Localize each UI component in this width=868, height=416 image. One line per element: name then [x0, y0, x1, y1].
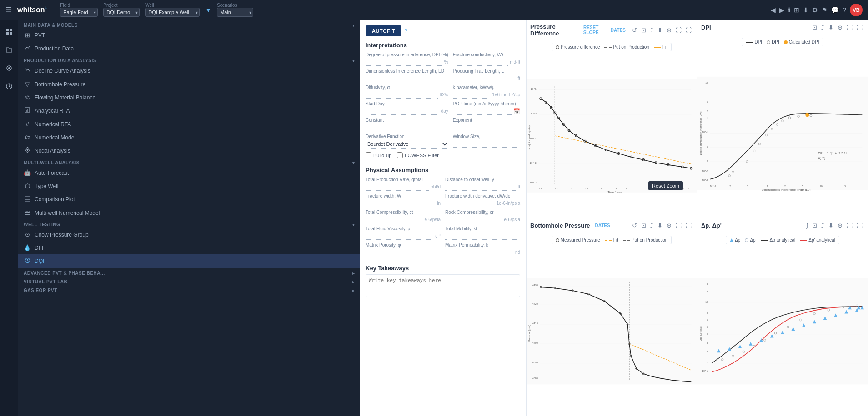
sidebar-item-dfit[interactable]: 💧 DFIT: [18, 241, 360, 254]
rail-projects[interactable]: [1, 42, 17, 58]
sidebar-item-numerical-rta[interactable]: # Numerical RTA: [18, 118, 360, 131]
scenarios-selector[interactable]: Scenarios Main: [217, 3, 253, 17]
offset-dist-input[interactable]: 1000: [445, 183, 516, 191]
sidebar-item-chow[interactable]: ⊙ Chow Pressure Group: [18, 228, 360, 241]
total-mobility-input[interactable]: 1: [445, 232, 520, 240]
section-chevron[interactable]: ▾: [352, 23, 355, 28]
lowess-checkbox-label[interactable]: LOWESS Filter: [397, 152, 439, 158]
section-pda-chevron[interactable]: ▾: [352, 59, 355, 63]
sidebar-item-auto-forecast[interactable]: 🤖 Auto-Forecast: [18, 166, 360, 179]
reset-slope-button[interactable]: RESET SLOPE: [576, 24, 605, 36]
project-selector[interactable]: Project DQI Demo: [103, 3, 140, 17]
buildup-checkbox-label[interactable]: Build-up: [366, 152, 391, 158]
autofit-help-icon[interactable]: ?: [404, 28, 407, 35]
user-avatar[interactable]: VB: [850, 4, 863, 16]
pressure-diff-dates-button[interactable]: DATES: [608, 27, 628, 34]
bh-zoom-icon[interactable]: ⊕: [665, 221, 673, 230]
info-icon[interactable]: ℹ: [788, 6, 790, 14]
pd-refresh-icon[interactable]: ↺: [631, 26, 638, 35]
well-selector[interactable]: Well DQI Example Well: [145, 3, 200, 17]
bh-expand-icon[interactable]: ⛶: [674, 221, 683, 230]
rail-fields[interactable]: [1, 24, 17, 40]
section-gas-eor-chevron[interactable]: ▸: [352, 288, 355, 293]
project-select[interactable]: DQI Demo: [103, 8, 140, 17]
settings-icon[interactable]: ⚙: [812, 6, 818, 14]
total-viscosity-input[interactable]: 0.31: [366, 232, 433, 240]
pd-expand-icon[interactable]: ⛶: [674, 26, 683, 35]
bh-refresh-icon[interactable]: ↺: [631, 221, 638, 230]
matrix-porosity-input[interactable]: 0.05: [366, 248, 441, 256]
sidebar-item-bottomhole[interactable]: ▽ Bottomhole Pressure: [18, 78, 360, 91]
rail-wells[interactable]: [1, 60, 17, 76]
pd-fullscreen-icon[interactable]: ⛶: [684, 26, 693, 35]
menu-icon[interactable]: ☰: [5, 5, 12, 14]
rock-compress-input[interactable]: 4: [445, 216, 502, 223]
window-size-input[interactable]: 0.2: [453, 140, 520, 148]
exponent-input[interactable]: 1.21: [453, 124, 520, 131]
sidebar-item-decline[interactable]: Decline Curve Analysis: [18, 64, 360, 78]
back-icon[interactable]: ◀: [771, 6, 776, 14]
bh-download-icon[interactable]: ⬇: [656, 221, 664, 230]
sidebar-item-comparison[interactable]: Comparison Plot: [18, 193, 360, 206]
sidebar-item-type-well[interactable]: ⬡ Type Well: [18, 179, 360, 193]
pd-zoom-icon[interactable]: ⊕: [665, 26, 673, 35]
field-select[interactable]: Eagle-Ford: [60, 8, 98, 17]
buildup-checkbox[interactable]: [366, 152, 371, 158]
well-select[interactable]: DQI Example Well: [145, 8, 200, 17]
dpi-expand-icon[interactable]: ⛶: [845, 23, 854, 32]
bottomhole-dates-button[interactable]: DATES: [592, 222, 612, 229]
dpi-fullscreen-icon[interactable]: ⛶: [855, 23, 864, 32]
section-multi-chevron[interactable]: ▾: [352, 161, 355, 165]
pd-share-icon[interactable]: ⤴: [649, 26, 655, 35]
sidebar-item-numerical-model[interactable]: 🗂 Numerical Model: [18, 131, 360, 144]
dp-copy-icon[interactable]: ⊡: [811, 221, 818, 230]
chat-icon[interactable]: 💬: [831, 6, 839, 14]
sidebar-item-pvt[interactable]: ⊞ PVT: [18, 29, 360, 42]
rail-scenarios[interactable]: [1, 78, 17, 94]
pop-time-input[interactable]: 04/03/2020 08:41: [453, 107, 512, 115]
pd-copy-icon[interactable]: ⊡: [640, 26, 647, 35]
sidebar-item-analytical-rta[interactable]: Analytical RTA: [18, 104, 360, 118]
total-compress-input[interactable]: 6.8: [366, 216, 422, 223]
dp-zoom-icon[interactable]: ⊕: [836, 221, 844, 230]
scenarios-select[interactable]: Main: [217, 8, 253, 17]
k-param-input[interactable]: 5: [453, 91, 491, 99]
flag-icon[interactable]: ⚑: [822, 6, 828, 14]
download-icon[interactable]: ⬇: [803, 6, 808, 14]
constant-input[interactable]: 8.91: [366, 124, 448, 131]
deriv-func-select[interactable]: Bourdet Derivative: [366, 140, 448, 149]
dpi-zoom-icon[interactable]: ⊕: [836, 23, 844, 32]
frac-length-input[interactable]: 3558.88: [453, 74, 516, 82]
frac-deriv-input[interactable]: 5.15: [445, 199, 495, 207]
section-virt-pvt-chevron[interactable]: ▸: [352, 280, 355, 284]
total-rate-input[interactable]: 1000: [366, 183, 429, 191]
sidebar-item-nodal[interactable]: Nodal Analysis: [18, 144, 360, 158]
dp-share-icon[interactable]: ⤴: [820, 221, 826, 230]
sidebar-item-fmb[interactable]: ⚖ Flowing Material Balance: [18, 91, 360, 104]
dp-fullscreen-icon[interactable]: ⛶: [855, 221, 864, 230]
dp-download-icon[interactable]: ⬇: [827, 221, 835, 230]
dpi-share-icon[interactable]: ⤴: [820, 23, 826, 32]
dpi-download-icon[interactable]: ⬇: [827, 23, 835, 32]
matrix-perm-input[interactable]: 200: [445, 248, 513, 256]
bh-fullscreen-icon[interactable]: ⛶: [684, 221, 693, 230]
diffusivity-input[interactable]: 100: [366, 91, 438, 99]
bh-copy-icon[interactable]: ⊡: [640, 221, 647, 230]
lowess-checkbox[interactable]: [397, 152, 403, 158]
sidebar-item-dqi[interactable]: DQI: [18, 254, 360, 268]
dp-expand-icon[interactable]: ⛶: [845, 221, 854, 230]
autofit-button[interactable]: AUTOFIT: [366, 25, 401, 36]
sidebar-item-production-data[interactable]: Production Data: [18, 42, 360, 55]
field-selector[interactable]: Field Eagle-Ford: [60, 3, 98, 17]
key-takeaways-textarea[interactable]: [366, 274, 520, 297]
frac-width-input[interactable]: 0.03: [366, 199, 435, 207]
calendar-icon[interactable]: 📅: [513, 108, 520, 114]
help-icon[interactable]: ?: [843, 6, 846, 14]
dpi-input[interactable]: 96.24: [366, 58, 442, 66]
dim-length-input[interactable]: 7.12: [366, 74, 448, 82]
grid-icon[interactable]: ⊞: [794, 6, 799, 14]
dpi-copy-icon[interactable]: ⊡: [811, 23, 818, 32]
start-day-input[interactable]: 1.48: [366, 107, 439, 115]
frac-cond-input[interactable]: 184.63: [453, 58, 508, 66]
pd-download-icon[interactable]: ⬇: [656, 26, 664, 35]
